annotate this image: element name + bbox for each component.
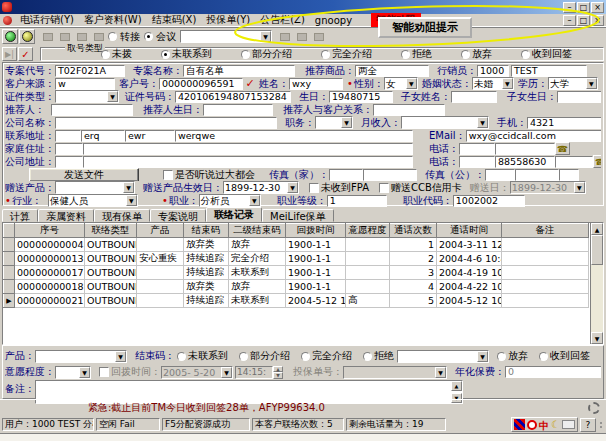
endcode-detail-select[interactable]: ▼ <box>397 350 489 363</box>
menu-telemarketing[interactable]: 电话行销(Y) <box>15 13 79 27</box>
chevron-down-icon[interactable]: ▼ <box>79 367 90 378</box>
scroll-up-icon[interactable]: ▲ <box>591 223 603 235</box>
radio-partial-intro[interactable] <box>241 50 250 59</box>
callback-checkbox[interactable] <box>99 367 109 377</box>
tab-contact-records[interactable]: 联络记录 <box>206 207 262 222</box>
endcode-radio-full[interactable] <box>301 352 310 361</box>
company-phone-field-1[interactable] <box>459 156 495 168</box>
company-addr-field-1[interactable] <box>55 156 83 168</box>
next-call-button[interactable] <box>294 29 310 44</box>
company-phone-field-2[interactable]: 88558630 <box>495 156 555 168</box>
endcode-radio-abandon[interactable] <box>497 352 506 361</box>
hold-button[interactable] <box>40 29 56 44</box>
app-menu-icon[interactable] <box>3 16 12 25</box>
keyboard-icon[interactable] <box>562 420 575 429</box>
referrer-field[interactable] <box>51 104 133 116</box>
fax-company-field-3[interactable] <box>559 169 579 181</box>
gift-date-select[interactable]: 1899-12-30▼ <box>223 181 299 194</box>
close-button[interactable]: × <box>591 2 604 13</box>
col-contact-type[interactable]: 联络类型 <box>85 224 137 238</box>
industry-select[interactable]: 保健人员▼ <box>48 194 138 207</box>
mdi-close-button[interactable]: × <box>591 15 604 26</box>
contact-addr-field-1[interactable] <box>55 130 81 142</box>
email-field[interactable]: wxy@ccidcall.com <box>466 130 601 142</box>
project-name-field[interactable]: 自有名单 <box>183 65 295 77</box>
mdi-restore-button[interactable]: □ <box>577 15 590 26</box>
menu-bulletin[interactable]: 公告栏(Z) <box>255 13 310 27</box>
gender-select[interactable]: 女▼ <box>384 77 418 90</box>
minimize-button[interactable]: – <box>563 2 576 13</box>
name-field[interactable]: wxy <box>289 78 343 90</box>
chevron-down-icon[interactable]: ▼ <box>115 351 126 362</box>
project-code-field[interactable]: T02F021A <box>55 65 125 77</box>
occupation-select[interactable]: 分析员▼ <box>199 194 261 207</box>
col-product[interactable]: 产品 <box>137 224 184 238</box>
home-phone-field-1[interactable] <box>459 143 495 155</box>
table-row[interactable]: 00000000018OUTBOUND放弃类放弃1900-1-142004-4-… <box>4 280 589 294</box>
radio-abandon[interactable] <box>461 50 470 59</box>
referrer-birth-field[interactable] <box>203 104 273 116</box>
chevron-down-icon[interactable]: ▼ <box>406 78 417 89</box>
agent-id-field[interactable]: 1000 <box>477 65 509 77</box>
dial-button[interactable] <box>2 29 18 44</box>
chevron-down-icon[interactable]: ▼ <box>249 195 260 206</box>
occ-code-field[interactable]: 1002002 <box>453 195 525 207</box>
company-addr-field-2[interactable] <box>83 156 413 168</box>
next-number-button[interactable]: ▶| <box>2 47 17 61</box>
endcode-radio-partial[interactable] <box>239 352 248 361</box>
tray-swirl-icon[interactable] <box>527 420 537 430</box>
ccb-checkbox[interactable] <box>379 183 389 193</box>
scrollbar-thumb[interactable] <box>591 235 603 265</box>
dial-company-phone-button[interactable]: ☎ <box>593 155 601 168</box>
child-birth-field[interactable] <box>557 91 601 103</box>
moon-icon[interactable]: ☾ <box>551 419 560 430</box>
transfer-target-select[interactable]: ▼ <box>180 30 272 43</box>
tab-relatives[interactable]: 亲属资料 <box>38 209 94 222</box>
chevron-down-icon[interactable]: ▼ <box>126 195 137 206</box>
chevron-down-icon[interactable]: ▼ <box>260 31 271 42</box>
bottom-product-select[interactable]: ▼ <box>35 350 127 363</box>
contact-addr-field-3[interactable]: ewr <box>125 130 175 142</box>
hangup-button[interactable] <box>19 29 35 44</box>
chevron-down-icon[interactable]: ▼ <box>107 91 118 102</box>
col-seq[interactable]: 序号 <box>15 224 85 238</box>
restore-button[interactable]: □ <box>577 2 590 13</box>
ime-help-button[interactable]: ? <box>580 418 596 432</box>
col-remark[interactable]: 备注 <box>502 224 589 238</box>
dial-home-phone-button[interactable]: ☎ <box>555 142 570 155</box>
endcode-radio-refuse[interactable] <box>363 352 372 361</box>
chevron-down-icon[interactable]: ▼ <box>502 78 513 89</box>
fax-company-field-2[interactable] <box>515 169 559 181</box>
home-button[interactable] <box>311 29 327 44</box>
prev-call-button[interactable] <box>277 29 293 44</box>
chevron-down-icon[interactable]: ▼ <box>477 351 488 362</box>
table-row[interactable]: 00000000004OUTBOUND放弃类放弃1900-1-112004-3-… <box>4 238 589 252</box>
product-field[interactable]: 两全 <box>355 65 429 77</box>
fax-home-field-2[interactable] <box>363 169 417 181</box>
col-callback-time[interactable]: 回拨时间 <box>286 224 346 238</box>
col-call-time[interactable]: 通话时间 <box>437 224 502 238</box>
chevron-down-icon[interactable]: ▼ <box>477 117 488 128</box>
ime-indicator-icon[interactable]: 中 <box>539 419 549 430</box>
mdi-minimize-button[interactable]: – <box>563 15 576 26</box>
smart-dissuade-prompt-button[interactable]: 智能劝阻提示 <box>378 17 472 38</box>
radio-not-contacted[interactable] <box>161 50 170 59</box>
mobile-field[interactable]: 4321 <box>527 117 601 129</box>
fpa-checkbox[interactable] <box>309 183 319 193</box>
cust-no-field[interactable]: 000000096591 <box>159 78 243 90</box>
radio-signed-back[interactable] <box>521 50 530 59</box>
tab-existing-policies[interactable]: 现有保单 <box>94 209 150 222</box>
menu-gnoopy[interactable]: gnoopy <box>310 15 357 26</box>
chevron-down-icon[interactable]: ▼ <box>586 78 597 89</box>
menu-policy[interactable]: 投保单(Y) <box>201 13 255 27</box>
premium-field[interactable]: 0 <box>505 366 601 378</box>
endcode-radio-signed-back[interactable] <box>539 352 548 361</box>
gift-select[interactable]: ▼ <box>55 181 135 194</box>
occ-level-field[interactable]: 1 <box>327 195 387 207</box>
table-row-selected[interactable]: ▶ 00000000021OUTBOUND持续追踪未联系到2004-5-12 1… <box>4 294 589 308</box>
send-file-button[interactable]: 发送文件 <box>29 168 139 181</box>
menu-customer-data[interactable]: 客户资料(W) <box>79 13 147 27</box>
note-scroll-up-icon[interactable]: ▲ <box>451 381 462 391</box>
home-addr-field-1[interactable] <box>55 143 83 155</box>
cust-no-check-button[interactable]: ✓ <box>243 77 257 90</box>
